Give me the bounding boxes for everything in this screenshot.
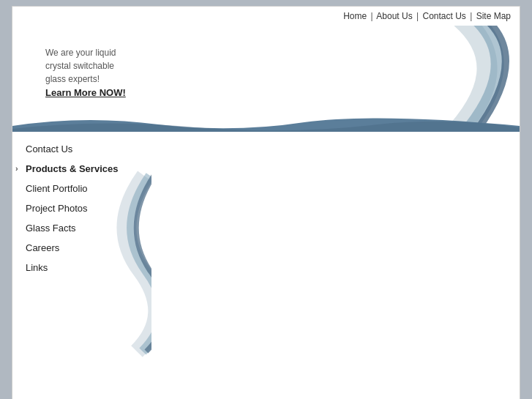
tagline-line1: We are your liquid [45, 46, 126, 59]
learn-more-link[interactable]: Learn More NOW! [45, 86, 126, 100]
page-wrapper: Home | About Us | Contact Us | Site Map … [12, 6, 520, 399]
content-area [159, 132, 520, 399]
nav-home[interactable]: Home [343, 11, 367, 21]
top-nav: Home | About Us | Contact Us | Site Map [12, 7, 520, 26]
sidebar-item-contact[interactable]: Contact Us [12, 139, 159, 159]
main-content: Contact Us › Products & Services Client … [12, 132, 520, 399]
chevron-icon: › [15, 164, 18, 173]
header-text: We are your liquid crystal switchable gl… [45, 46, 126, 100]
tagline-line3: glass experts! [45, 72, 126, 86]
tagline-line2: crystal switchable [45, 59, 126, 72]
sidebar: Contact Us › Products & Services Client … [12, 132, 159, 399]
nav-contact[interactable]: Contact Us [422, 11, 465, 21]
nav-about[interactable]: About Us [376, 11, 412, 21]
sidebar-decoration-svg [100, 168, 151, 359]
nav-sitemap[interactable]: Site Map [476, 11, 511, 21]
wave-bar-svg [12, 111, 520, 132]
header-area: We are your liquid crystal switchable gl… [12, 26, 520, 132]
